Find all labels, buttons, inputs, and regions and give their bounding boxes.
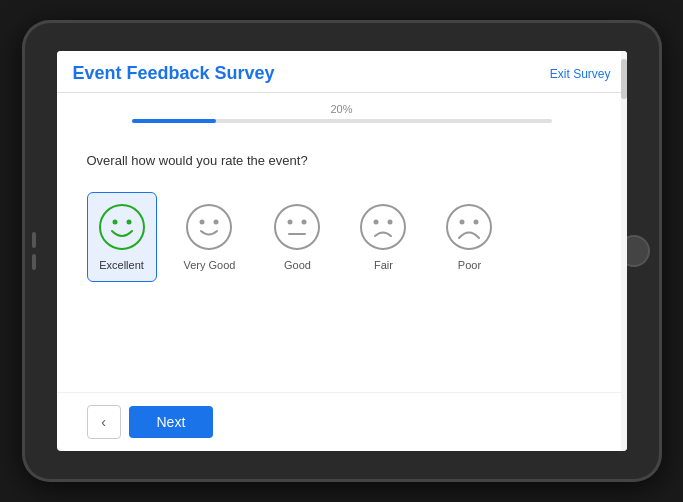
next-button[interactable]: Next [129,406,214,438]
scrollbar-thumb [621,59,627,99]
svg-point-7 [288,220,293,225]
svg-point-6 [275,205,319,249]
svg-point-13 [447,205,491,249]
rating-option-excellent[interactable]: Excellent [87,192,157,282]
svg-point-5 [214,220,219,225]
rating-options: Excellent Very Good [87,192,597,282]
survey-title: Event Feedback Survey [73,63,275,84]
svg-point-14 [460,220,465,225]
svg-point-10 [361,205,405,249]
rating-option-very-good[interactable]: Very Good [173,192,247,282]
svg-point-0 [100,205,144,249]
svg-point-8 [302,220,307,225]
svg-point-3 [187,205,231,249]
poor-label: Poor [458,259,481,271]
screen-header: Event Feedback Survey Exit Survey [57,51,627,93]
screen-content: Overall how would you rate the event? Ex… [57,133,627,392]
very-good-face-icon [185,203,233,251]
poor-face-icon [445,203,493,251]
fair-label: Fair [374,259,393,271]
progress-section: 20% [57,93,627,133]
screen-footer: ‹ Next [57,392,627,451]
svg-point-2 [126,220,131,225]
svg-point-1 [112,220,117,225]
survey-screen: Event Feedback Survey Exit Survey 20% Ov… [57,51,627,451]
svg-point-12 [388,220,393,225]
very-good-label: Very Good [184,259,236,271]
rating-option-good[interactable]: Good [262,192,332,282]
tablet-button-2 [32,254,36,270]
svg-point-15 [474,220,479,225]
scrollbar[interactable] [621,51,627,451]
rating-option-fair[interactable]: Fair [348,192,418,282]
back-button[interactable]: ‹ [87,405,121,439]
good-face-icon [273,203,321,251]
fair-face-icon [359,203,407,251]
progress-label: 20% [330,103,352,115]
excellent-face-icon [98,203,146,251]
svg-point-11 [374,220,379,225]
exit-survey-button[interactable]: Exit Survey [550,67,611,81]
tablet: Event Feedback Survey Exit Survey 20% Ov… [22,20,662,482]
progress-bar-container [132,119,552,123]
rating-option-poor[interactable]: Poor [434,192,504,282]
progress-bar-fill [132,119,216,123]
tablet-button-1 [32,232,36,248]
good-label: Good [284,259,311,271]
svg-point-4 [200,220,205,225]
question-text: Overall how would you rate the event? [87,153,597,168]
tablet-left-buttons [32,232,36,270]
excellent-label: Excellent [99,259,144,271]
